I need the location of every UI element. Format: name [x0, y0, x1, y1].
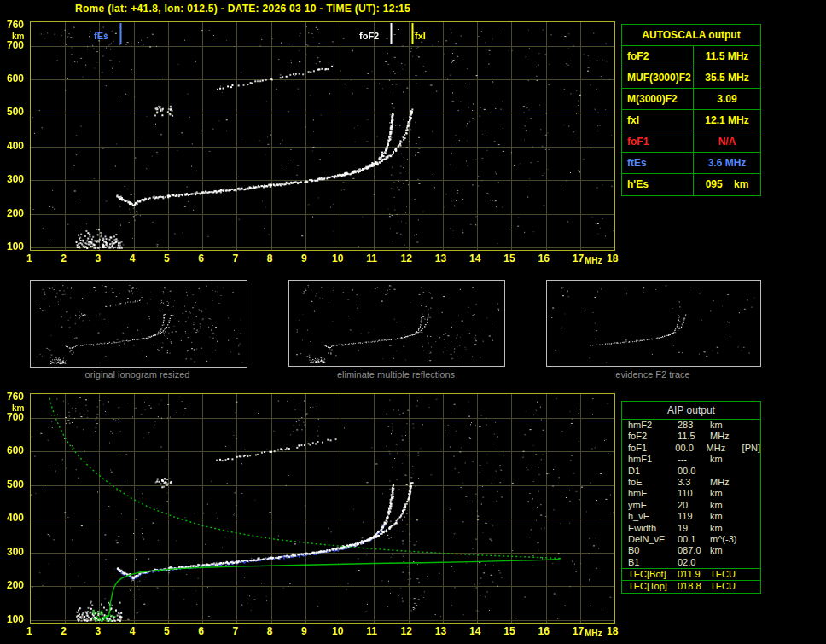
param-value: 087.0 [678, 545, 710, 556]
param-label: B0 [628, 545, 678, 556]
x-tick-label: 1 [26, 625, 32, 637]
y-tick-label: 400 [2, 140, 24, 152]
param-label: h'Es [622, 174, 694, 195]
param-label: fxI [622, 110, 694, 131]
param-unit: km [710, 523, 747, 534]
x-tick-label: 17 [573, 625, 584, 637]
table-row: TEC[Top] 018.8 TECU [622, 581, 760, 592]
autoscala-output-panel: AUTOSCALA output foF2 11.5 MHz MUF(3000)… [621, 24, 761, 196]
x-tick-label: 7 [232, 625, 238, 637]
table-row: h_vE 119 km [622, 511, 760, 522]
param-value: 018.8 [678, 581, 710, 592]
param-unit [710, 557, 747, 568]
param-value: 35.5 MHz [694, 67, 760, 88]
param-unit: m^(-3) [710, 534, 747, 545]
table-row: Ewidth 19 km [622, 523, 760, 534]
param-note [747, 500, 760, 511]
x-tick-label: 3 [95, 252, 101, 264]
table-row: MUF(3000)F2 35.5 MHz [622, 67, 760, 89]
param-value: 20 [678, 500, 710, 511]
y-tick-label: 760 [2, 19, 24, 31]
x-tick-label: 12 [401, 625, 412, 637]
param-unit: MHz [707, 443, 742, 454]
param-label: TEC[Bot] [628, 569, 678, 580]
param-value: --- [678, 454, 710, 465]
param-value: 110 [678, 488, 710, 499]
x-tick-label: 3 [95, 625, 101, 637]
aip-panel-title: AIP output [622, 402, 760, 420]
param-label: foF2 [622, 46, 694, 67]
table-row: B1 02.0 [622, 557, 760, 568]
param-value: 19 [678, 523, 710, 534]
param-value: 011.9 [678, 569, 710, 580]
x-tick-label: 7 [232, 252, 238, 264]
param-note [747, 420, 760, 431]
param-label: MUF(3000)F2 [622, 67, 694, 88]
x-tick-label: 2 [61, 625, 67, 637]
param-unit: MHz [710, 477, 747, 488]
x-tick-label: 11 [366, 252, 377, 264]
param-value: 3.6 MHz [694, 153, 760, 173]
param-note [747, 466, 760, 477]
y-tick-label: 300 [2, 546, 24, 558]
x-tick-label: 11 [366, 625, 377, 637]
param-value: 095 km [694, 174, 760, 195]
x-tick-label: 15 [503, 625, 515, 637]
x-tick-label: 15 [503, 252, 515, 264]
x-tick-label: 14 [469, 625, 480, 637]
param-value: 11.5 [678, 431, 710, 442]
x-tick-label: 8 [267, 625, 273, 637]
param-note [747, 454, 760, 465]
x-tick-label: 9 [301, 252, 307, 264]
param-unit: TECU [710, 581, 747, 592]
param-value: 00.0 [675, 443, 706, 454]
y-tick-label: 200 [2, 579, 24, 591]
table-row: fxI 12.1 MHz [622, 110, 760, 131]
thumbnail-original-ionogram [30, 280, 247, 368]
param-value: 283 [678, 420, 710, 431]
param-label: foE [628, 477, 678, 488]
table-row: foF1 00.0 MHz [PN] [622, 443, 760, 454]
x-tick-label: 9 [301, 625, 307, 637]
x-tick-label: 17 [573, 252, 584, 264]
fEs-marker-label: fEs [94, 31, 108, 41]
param-value: 11.5 MHz [694, 46, 760, 67]
table-row: foE 3.3 MHz [622, 477, 760, 488]
param-value: 12.1 MHz [694, 110, 760, 131]
ionogram-plot-bottom [30, 393, 615, 624]
x-axis-unit: MHz [585, 256, 602, 265]
param-note: [PN] [742, 443, 760, 454]
x-tick-label: 6 [198, 252, 204, 264]
ionogram-plot-top [30, 21, 615, 251]
x-tick-label: 13 [435, 252, 446, 264]
table-row: foF1 N/A [622, 131, 760, 153]
param-unit: km [710, 420, 747, 431]
y-tick-label: 500 [2, 106, 24, 118]
table-row: D1 00.0 [622, 466, 760, 477]
param-value: N/A [694, 131, 760, 152]
table-row: TEC[Bot] 011.9 TECU [622, 569, 760, 580]
table-row: B0 087.0 km [622, 545, 760, 556]
aip-output-panel: AIP output hmF2 283 km foF2 11.5 MHz foF… [621, 401, 761, 594]
fxI-marker-label: fxI [415, 31, 426, 41]
x-tick-label: 2 [61, 252, 67, 264]
y-tick-label: 400 [2, 512, 24, 524]
param-unit: km [710, 511, 747, 522]
x-tick-label: 13 [435, 625, 446, 637]
table-row: h'Es 095 km [622, 174, 760, 195]
param-unit: km [710, 454, 747, 465]
param-label: hmE [628, 488, 678, 499]
param-label: TEC[Top] [628, 581, 678, 592]
y-tick-label: 300 [2, 173, 24, 185]
param-value: 02.0 [678, 557, 710, 568]
param-label: DelN_vE [628, 534, 678, 545]
param-note [747, 557, 760, 568]
y-tick-label: 500 [2, 479, 24, 490]
table-row: ftEs 3.6 MHz [622, 153, 760, 174]
param-value: 3.3 [678, 477, 710, 488]
table-row: DelN_vE 00.1 m^(-3) [622, 534, 760, 545]
y-tick-label: 200 [2, 207, 24, 219]
param-unit [710, 466, 747, 477]
param-note [747, 431, 760, 442]
x-tick-label: 10 [332, 625, 343, 637]
